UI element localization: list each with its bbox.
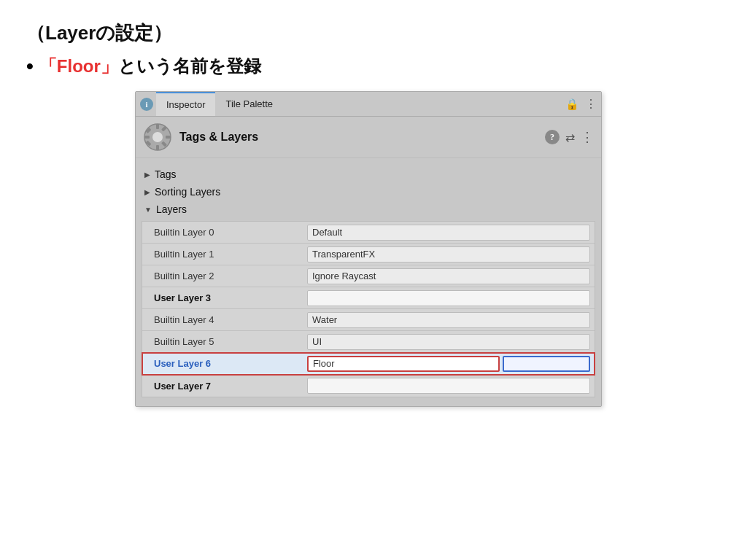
tab-more-icon[interactable]: ⋮ — [585, 97, 597, 111]
settings-adjust-icon[interactable]: ⇄ — [565, 131, 575, 144]
layer-row-0: Builtin Layer 0 — [142, 222, 595, 244]
layer-input-5[interactable] — [307, 334, 590, 350]
layer-input-6-floor[interactable] — [307, 356, 500, 372]
layer-label-3: User Layer 3 — [142, 289, 303, 307]
question-icon[interactable]: ? — [545, 130, 560, 144]
bottom-spacer — [136, 397, 601, 406]
gear-icon — [143, 122, 172, 152]
layer-label-1: Builtin Layer 1 — [142, 245, 303, 263]
layer-row-6[interactable]: User Layer 6 — [142, 353, 595, 375]
layer-input-wrap-1 — [303, 244, 595, 265]
tab-tile-palette[interactable]: Tile Palette — [215, 92, 283, 116]
svg-rect-3 — [156, 145, 159, 150]
layer-row-1: Builtin Layer 1 — [142, 244, 595, 265]
panel-content: ▶ Tags ▶ Sorting Layers ▼ Layers Builtin… — [136, 158, 601, 406]
tab-bar: i Inspector Tile Palette 🔒 ⋮ — [136, 92, 601, 117]
layer-input-wrap-7 — [303, 376, 595, 396]
page-title: （Layerの設定） — [0, 0, 747, 52]
bullet-dot: • — [26, 56, 34, 77]
layers-arrow: ▼ — [144, 206, 152, 214]
layer-input-3[interactable] — [307, 290, 590, 306]
layer-input-wrap-0 — [303, 222, 595, 243]
layer-label-6: User Layer 6 — [142, 354, 303, 373]
layer-input-6-extra[interactable] — [503, 356, 590, 372]
sorting-layers-section[interactable]: ▶ Sorting Layers — [136, 183, 601, 201]
layer-input-7[interactable] — [307, 378, 590, 394]
sorting-layers-label: Sorting Layers — [155, 186, 220, 198]
layer-input-wrap-4 — [303, 310, 595, 330]
tags-arrow: ▶ — [144, 171, 150, 179]
bullet-line: • 「Floor」 という名前を登録 — [0, 52, 747, 91]
tags-section[interactable]: ▶ Tags — [136, 166, 601, 183]
header-icons: ? ⇄ ⋮ — [545, 129, 594, 145]
info-icon: i — [140, 98, 153, 111]
layer-input-wrap-6 — [303, 354, 595, 374]
tab-inspector[interactable]: Inspector — [156, 92, 215, 116]
layer-row-7: User Layer 7 — [142, 375, 595, 397]
layer-label-4: Builtin Layer 4 — [142, 311, 303, 329]
unity-inspector-panel: i Inspector Tile Palette 🔒 ⋮ Tags & Laye… — [135, 91, 602, 407]
layer-row-2: Builtin Layer 2 — [142, 265, 595, 287]
layer-input-wrap-3 — [303, 288, 595, 308]
sorting-layers-arrow: ▶ — [144, 188, 150, 196]
tags-label: Tags — [155, 168, 177, 180]
lock-icon[interactable]: 🔒 — [565, 98, 579, 111]
svg-rect-4 — [144, 136, 150, 139]
layer-label-0: Builtin Layer 0 — [142, 223, 303, 241]
svg-rect-2 — [156, 124, 159, 129]
layer-label-2: Builtin Layer 2 — [142, 267, 303, 285]
layer-input-4[interactable] — [307, 312, 590, 328]
layer-row-4: Builtin Layer 4 — [142, 309, 595, 331]
panel-header: Tags & Layers ? ⇄ ⋮ — [136, 117, 601, 158]
layer-label-5: Builtin Layer 5 — [142, 332, 303, 351]
layer-input-0[interactable] — [307, 225, 590, 241]
layer-input-2[interactable] — [307, 268, 590, 284]
layer-input-wrap-2 — [303, 266, 595, 287]
bullet-text-black: という名前を登録 — [118, 55, 261, 78]
layer-row-5: Builtin Layer 5 — [142, 331, 595, 353]
layers-section[interactable]: ▼ Layers — [136, 201, 601, 218]
layer-input-wrap-5 — [303, 332, 595, 352]
bullet-text-red: 「Floor」 — [39, 55, 118, 78]
svg-point-1 — [152, 132, 163, 142]
more-options-icon[interactable]: ⋮ — [581, 129, 594, 145]
panel-title: Tags & Layers — [179, 131, 545, 144]
svg-rect-5 — [166, 136, 171, 139]
layers-table: Builtin Layer 0 Builtin Layer 1 Builtin … — [142, 221, 595, 397]
layer-row-3: User Layer 3 — [142, 287, 595, 309]
layers-label: Layers — [156, 203, 187, 215]
layer-input-1[interactable] — [307, 246, 590, 262]
layer-label-7: User Layer 7 — [142, 377, 303, 395]
